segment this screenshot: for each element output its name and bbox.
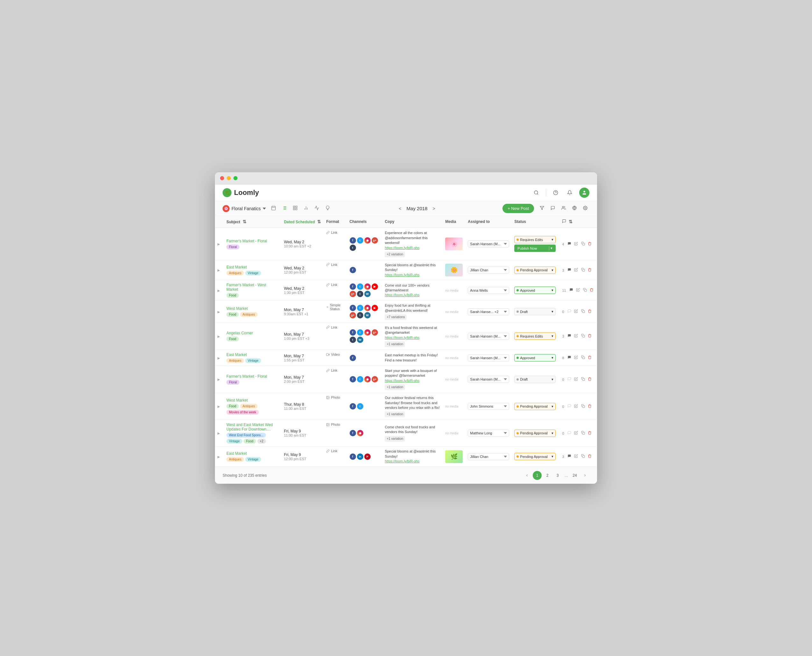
- edit-button[interactable]: [573, 354, 579, 361]
- status-chevron-icon[interactable]: ▾: [552, 238, 554, 242]
- status-chevron-icon[interactable]: ▾: [552, 356, 554, 360]
- subject-name[interactable]: Farmer's Market - Floral: [226, 374, 279, 379]
- copy-link[interactable]: https://loom.ly/biR-ohs: [385, 336, 419, 339]
- subject-name[interactable]: Farmer's Market - Floral: [226, 239, 279, 243]
- subject-name[interactable]: West and East Market Wed Updates For Dow…: [226, 422, 279, 432]
- variation-badge[interactable]: +1 variation: [385, 341, 405, 347]
- copy-link[interactable]: https://loom.ly/biR-ohs: [385, 379, 419, 382]
- edit-button[interactable]: [573, 453, 579, 460]
- delete-button[interactable]: [587, 241, 592, 248]
- new-post-button[interactable]: + New Post: [503, 204, 534, 213]
- duplicate-button[interactable]: [580, 453, 586, 460]
- copy-link[interactable]: https://loom.ly/biR-ohs: [385, 273, 419, 277]
- page-24-btn[interactable]: 24: [570, 471, 579, 480]
- copy-link[interactable]: https://loom.ly/biR-ohs: [385, 293, 419, 297]
- copy-link[interactable]: https://loom.ly/biR-ohs: [385, 459, 419, 463]
- brand-selector[interactable]: 🌸 Floral Fanatics: [223, 205, 266, 212]
- delete-button[interactable]: [589, 287, 594, 294]
- comment-button[interactable]: [566, 403, 572, 410]
- subject-name[interactable]: Farmer's Market - West Market: [226, 283, 279, 292]
- comment-button[interactable]: [566, 333, 572, 339]
- ideas-icon[interactable]: [324, 204, 331, 213]
- edit-button[interactable]: [573, 308, 579, 315]
- duplicate-button[interactable]: [580, 241, 586, 248]
- duplicate-button[interactable]: [582, 287, 588, 294]
- status-chevron-icon[interactable]: ▾: [552, 455, 554, 459]
- delete-button[interactable]: [587, 430, 592, 436]
- variation-badge[interactable]: +1 variation: [385, 436, 405, 442]
- subject-name[interactable]: West Market: [226, 398, 279, 402]
- row-expand[interactable]: ▶: [215, 393, 224, 420]
- row-expand[interactable]: ▶: [215, 420, 224, 446]
- page-1-btn[interactable]: 1: [533, 471, 542, 480]
- variation-badge[interactable]: +2 variation: [385, 252, 405, 257]
- row-expand[interactable]: ▶: [215, 280, 224, 301]
- subject-sort-icon[interactable]: ⇅: [243, 219, 246, 224]
- delete-button[interactable]: [587, 354, 592, 361]
- maximize-btn[interactable]: [234, 176, 238, 180]
- comment-button[interactable]: [566, 354, 572, 361]
- status-chevron-icon[interactable]: ▾: [552, 431, 554, 435]
- edit-button[interactable]: [573, 333, 579, 339]
- date-sort-icon[interactable]: ⇅: [317, 219, 321, 224]
- status-chevron-icon[interactable]: ▾: [552, 404, 554, 408]
- duplicate-button[interactable]: [580, 267, 586, 274]
- assigned-select[interactable]: Sarah Hansen (M...: [468, 376, 509, 383]
- edit-button[interactable]: [573, 241, 579, 248]
- assigned-select[interactable]: Sarah Hanse... +2: [468, 308, 509, 315]
- publish-now-button[interactable]: Publish Now ▾: [514, 244, 556, 252]
- delete-button[interactable]: [587, 267, 592, 274]
- subject-name[interactable]: East Market: [226, 353, 279, 357]
- profile-avatar[interactable]: [579, 187, 589, 198]
- edit-button[interactable]: [573, 403, 579, 410]
- subject-name[interactable]: Angelas Corner: [226, 331, 279, 335]
- grid-view-icon[interactable]: [291, 204, 299, 213]
- status-chevron-icon[interactable]: ▾: [552, 378, 554, 382]
- status-chevron-icon[interactable]: ▾: [552, 288, 554, 292]
- status-chevron-icon[interactable]: ▾: [552, 309, 554, 314]
- publish-chevron-icon[interactable]: ▾: [549, 246, 552, 250]
- copy-link[interactable]: https://loom.ly/biR-ohs: [385, 246, 419, 250]
- edit-button[interactable]: [573, 267, 579, 274]
- duplicate-button[interactable]: [580, 430, 586, 436]
- assigned-select[interactable]: Sarah Hansen (M...: [468, 240, 509, 248]
- prev-month-btn[interactable]: <: [397, 205, 402, 212]
- line-chart-icon[interactable]: [313, 204, 321, 213]
- delete-button[interactable]: [587, 453, 592, 460]
- comment-button[interactable]: [566, 267, 572, 274]
- globe-icon[interactable]: [570, 204, 578, 212]
- comment-button[interactable]: [566, 376, 572, 383]
- bar-chart-icon[interactable]: [302, 204, 310, 213]
- comment-button[interactable]: [568, 287, 574, 294]
- delete-button[interactable]: [587, 403, 592, 410]
- subject-name[interactable]: East Market: [226, 451, 279, 456]
- assigned-select[interactable]: Sarah Hansen (M...: [468, 354, 509, 361]
- next-month-btn[interactable]: >: [431, 205, 436, 212]
- row-expand[interactable]: ▶: [215, 446, 224, 467]
- row-expand[interactable]: ▶: [215, 323, 224, 350]
- calendar-view-icon[interactable]: [270, 204, 277, 213]
- edit-button[interactable]: [575, 287, 581, 294]
- assigned-select[interactable]: Anna Wells: [468, 287, 509, 294]
- duplicate-button[interactable]: [580, 376, 586, 383]
- comment-button[interactable]: [566, 241, 572, 248]
- prev-page-btn[interactable]: [523, 471, 532, 480]
- duplicate-button[interactable]: [580, 354, 586, 361]
- action-sort-icon[interactable]: ⇅: [569, 219, 572, 224]
- subject-name[interactable]: West Market: [226, 306, 279, 311]
- delete-button[interactable]: [587, 333, 592, 339]
- row-expand[interactable]: ▶: [215, 228, 224, 260]
- edit-button[interactable]: [573, 430, 579, 436]
- row-expand[interactable]: ▶: [215, 366, 224, 393]
- filter-icon[interactable]: [538, 204, 546, 212]
- delete-button[interactable]: [587, 308, 592, 315]
- assigned-select[interactable]: Sarah Hansen (M...: [468, 333, 509, 340]
- comment-button[interactable]: [566, 453, 572, 460]
- next-page-btn[interactable]: [580, 471, 589, 480]
- notifications-icon[interactable]: [565, 188, 574, 197]
- team-icon[interactable]: [560, 204, 568, 212]
- subject-name[interactable]: East Market: [226, 265, 279, 269]
- page-2-btn[interactable]: 2: [543, 471, 552, 480]
- status-chevron-icon[interactable]: ▾: [552, 334, 554, 338]
- row-expand[interactable]: ▶: [215, 301, 224, 323]
